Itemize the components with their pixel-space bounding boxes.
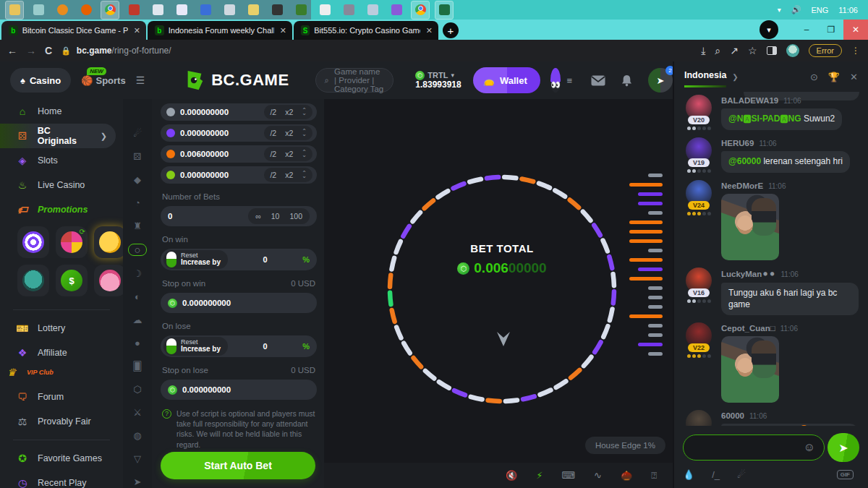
chat-username[interactable]: Cepot_Cuan□ xyxy=(721,324,775,333)
on-lose-toggle[interactable]: Reset Increase by xyxy=(163,337,228,356)
download-icon[interactable]: ⤓ xyxy=(701,45,705,57)
rail-game-plinko[interactable]: ▽ xyxy=(128,453,147,464)
turbo-bolt-icon[interactable]: ⚡ xyxy=(536,470,542,481)
hotkeys-icon[interactable]: ⌨ xyxy=(561,470,575,481)
chat-gif-image[interactable] xyxy=(721,194,779,260)
lock-icon[interactable]: 🔒 xyxy=(61,46,71,56)
book-taskbar-icon[interactable] xyxy=(125,1,142,19)
chat-username[interactable]: NeeDMorE xyxy=(721,181,763,190)
bell-icon[interactable] xyxy=(621,74,632,87)
bookmark-star-icon[interactable]: ☆ xyxy=(748,45,757,56)
promo-tile-coins[interactable] xyxy=(94,265,123,296)
chrome-locked-taskbar-icon[interactable] xyxy=(412,1,429,19)
rank-list-icon[interactable]: ≡ xyxy=(566,75,572,86)
currency-selector[interactable]: TRTL ▾ 1.83993918 xyxy=(415,71,461,90)
promo-tile-dollar-tag[interactable]: $ xyxy=(56,265,88,296)
sidebar-item-home[interactable]: ⌂Home xyxy=(0,99,123,124)
share-icon[interactable]: ↗ xyxy=(730,45,739,56)
on-win-toggle[interactable]: Reset Increase by xyxy=(163,250,228,269)
reload-button[interactable]: C xyxy=(45,45,52,56)
rain-icon[interactable]: 💧 xyxy=(683,469,694,480)
browser-tab[interactable]: SBit555.io: Crypto Casino Games &✕ xyxy=(294,21,438,40)
nav-sports-button[interactable]: NEW 🏀 Sports xyxy=(81,75,125,86)
chevron-right-icon[interactable]: ❯ xyxy=(732,73,738,81)
clock[interactable]: 11:06 xyxy=(838,6,858,14)
stop-on-lose-input[interactable]: 0.000000000 xyxy=(161,380,317,400)
window-minimize-button[interactable]: – xyxy=(794,20,819,40)
window-restore-button[interactable]: ❐ xyxy=(819,20,843,40)
half-button[interactable]: /2 xyxy=(270,129,276,137)
language-indicator[interactable]: ENG xyxy=(811,6,828,14)
chrome-taskbar-icon[interactable] xyxy=(101,1,119,19)
infinite-bets-button[interactable]: ∞ xyxy=(255,212,261,221)
user-avatar[interactable] xyxy=(550,68,561,93)
back-button[interactable]: ← xyxy=(7,45,17,56)
folders-taskbar-icon[interactable] xyxy=(244,1,262,19)
browser-tab[interactable]: bIndonesia Forum weekly Challen✕ xyxy=(148,21,292,40)
promo-tile-wheel[interactable]: ⟳ xyxy=(56,226,88,258)
monitor-chart-taskbar-icon[interactable] xyxy=(364,1,381,19)
sound-muted-icon[interactable]: 🔇 xyxy=(506,470,517,481)
preset-100-button[interactable]: 100 xyxy=(289,212,302,221)
on-win-value[interactable]: 0 xyxy=(228,255,302,264)
zoom-icon[interactable]: ⌕ xyxy=(715,45,720,57)
emoji-icon[interactable]: ☺ xyxy=(804,441,815,454)
url-bar[interactable]: 🔒 bc.game/ring-of-fortune/ xyxy=(61,43,692,59)
magnifier-taskbar-icon[interactable] xyxy=(221,1,238,19)
chat-region-selector[interactable]: Indonesia xyxy=(684,70,726,83)
quest-send-icon[interactable]: ➤ 2 xyxy=(648,68,673,93)
seed-icon[interactable]: 🌰 xyxy=(621,470,632,481)
tab-close-icon[interactable]: ✕ xyxy=(134,26,140,35)
stop-on-win-input[interactable]: 0.000000000 xyxy=(161,293,317,313)
tray-chevron-icon[interactable]: ▾ xyxy=(778,6,781,14)
excel-taskbar-icon[interactable] xyxy=(435,1,453,19)
sidebar-item-live-casino[interactable]: ♨Live Casino xyxy=(0,173,123,197)
rail-game-crash[interactable]: ☁ xyxy=(128,314,147,325)
rail-game-dice-game[interactable]: ⚄ xyxy=(128,151,147,162)
tab-close-icon[interactable]: ✕ xyxy=(280,26,286,35)
half-button[interactable]: /2 xyxy=(270,171,276,179)
half-button[interactable]: /2 xyxy=(270,150,276,158)
penguin-taskbar-icon[interactable] xyxy=(268,1,286,19)
browser-tab[interactable]: bBitcoin Classic Dice Game - Play✕ xyxy=(1,21,146,40)
game-search-input[interactable]: ⌕ Game name | Provider | Category Tag xyxy=(315,68,394,93)
chat-close-icon[interactable]: ✕ xyxy=(850,72,858,82)
window-close-button[interactable]: ✕ xyxy=(843,20,868,40)
bowtie-taskbar-icon[interactable] xyxy=(388,1,405,19)
sidebar-item-lottery[interactable]: 🎫Lottery xyxy=(0,316,123,341)
half-button[interactable]: /2 xyxy=(270,108,276,116)
stepper-icons[interactable]: ⌃⌄ xyxy=(302,151,307,158)
menu-burger-icon[interactable]: ☰ xyxy=(136,74,145,86)
help-icon[interactable]: ⍰ xyxy=(651,470,657,481)
speaker-icon[interactable]: 🔊 xyxy=(791,5,801,14)
preset-10-button[interactable]: 10 xyxy=(271,212,280,221)
flower-taskbar-icon[interactable] xyxy=(316,1,333,19)
firefox-taskbar-icon[interactable] xyxy=(77,1,95,19)
rail-game-rocket[interactable]: ➤ xyxy=(128,476,147,487)
gif-button[interactable]: GIF xyxy=(837,470,854,479)
sidebar-item-vip-club[interactable]: ♛VIP Club xyxy=(0,360,123,385)
rail-game-keno[interactable]: ⬡ xyxy=(128,384,147,395)
tab-close-icon[interactable]: ✕ xyxy=(426,26,433,35)
on-lose-value[interactable]: 0 xyxy=(228,342,302,351)
forward-button[interactable]: → xyxy=(26,45,36,56)
double-button[interactable]: x2 xyxy=(285,129,293,137)
wallet-button[interactable]: 👝 Wallet xyxy=(473,67,540,93)
promo-tile-target[interactable] xyxy=(17,226,49,258)
browser-menu-icon[interactable]: ⋮ xyxy=(851,46,861,56)
rail-game-egg[interactable]: ◔ xyxy=(128,197,147,208)
bet-amount-value[interactable]: 0.000000000 xyxy=(180,171,264,179)
sidebar-item-favorite-games[interactable]: ✪Favorite Games xyxy=(0,446,123,471)
notepad-taskbar-icon[interactable] xyxy=(149,1,166,19)
bet-amount-value[interactable]: 0.006000000 xyxy=(180,150,264,158)
file-explorer-taskbar-icon[interactable] xyxy=(6,1,23,19)
chat-username[interactable]: LuckyMan⚫⚫ xyxy=(721,269,776,279)
double-button[interactable]: x2 xyxy=(285,150,293,158)
mail-icon[interactable] xyxy=(591,75,605,86)
chat-username[interactable]: BALADEWA19 xyxy=(721,96,778,105)
sidebar-item-forum[interactable]: 🗨Forum xyxy=(0,385,123,409)
remote-taskbar-icon[interactable] xyxy=(340,1,357,19)
rail-game-ball[interactable]: ● xyxy=(128,338,147,348)
rail-game-beans[interactable]: ☽ xyxy=(128,268,147,279)
stepper-icons[interactable]: ⌃⌄ xyxy=(302,172,307,179)
